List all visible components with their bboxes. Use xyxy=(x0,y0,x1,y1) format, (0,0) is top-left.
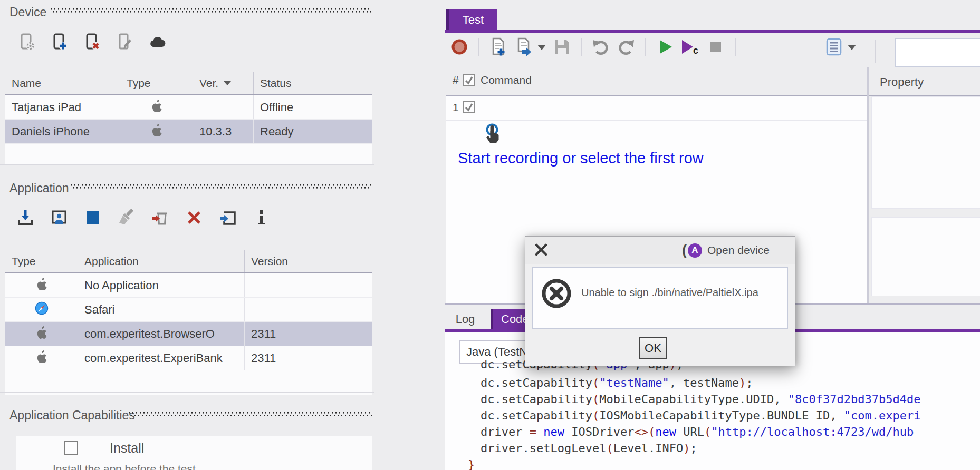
device-name-cell: Daniels iPhone xyxy=(5,120,120,143)
clean-app-button[interactable] xyxy=(117,209,136,228)
app-col-type[interactable]: Type xyxy=(5,250,78,272)
toolbar-separator xyxy=(735,38,736,56)
command-col-index: # xyxy=(453,74,459,86)
toolbar-separator xyxy=(478,38,479,56)
delete-app-button[interactable] xyxy=(185,209,204,228)
cloud-icon xyxy=(148,33,166,52)
apple-icon xyxy=(36,277,47,294)
device-settings-icon xyxy=(18,33,35,52)
device-user-icon xyxy=(51,209,68,228)
device-version-cell xyxy=(193,95,253,119)
command-header-checkbox[interactable] xyxy=(463,74,475,86)
app-name-cell: Safari xyxy=(78,298,244,321)
device-table-row[interactable]: Daniels iPhone10.3.3Ready xyxy=(5,120,372,144)
device-col-name[interactable]: Name xyxy=(5,72,120,94)
info-button[interactable] xyxy=(252,209,271,228)
svg-text:c: c xyxy=(693,45,698,56)
launch-app-button[interactable] xyxy=(218,209,237,228)
export-test-button[interactable] xyxy=(514,38,533,57)
property-panel-divider xyxy=(867,67,869,304)
app-table-row[interactable]: No Application xyxy=(5,273,372,298)
device-settings-button[interactable] xyxy=(17,33,36,52)
safari-icon xyxy=(35,301,49,318)
edit-device-button[interactable] xyxy=(115,33,134,52)
app-col-version[interactable]: Version xyxy=(244,250,372,272)
device-col-status[interactable]: Status xyxy=(253,72,372,94)
delete-app-icon xyxy=(186,209,203,228)
app-col-application[interactable]: Application xyxy=(78,250,244,272)
property-header: Property xyxy=(880,75,924,89)
install-app-icon xyxy=(17,209,34,228)
stop-test-button[interactable] xyxy=(706,38,725,57)
run-code-button[interactable]: c xyxy=(681,38,700,57)
install-hint: Install the app before the test xyxy=(53,463,196,470)
code-line: dc.setCapability("testName", testName); xyxy=(481,376,753,390)
remove-device-button[interactable] xyxy=(82,33,101,52)
section-separator xyxy=(0,164,374,165)
undo-icon xyxy=(591,38,610,57)
run-code-icon: c xyxy=(679,38,702,57)
tab-test[interactable]: Test xyxy=(446,9,497,31)
uninstall-app-icon xyxy=(151,209,169,228)
app-type-cell xyxy=(5,322,78,346)
device-col-type[interactable]: Type xyxy=(120,72,193,94)
clean-app-icon xyxy=(118,209,136,228)
record-button[interactable] xyxy=(450,38,469,57)
install-checkbox[interactable] xyxy=(64,441,78,455)
application-section-title: Application xyxy=(9,181,69,195)
add-device-button[interactable] xyxy=(50,33,69,52)
device-type-cell xyxy=(120,120,193,143)
stop-app-button[interactable] xyxy=(83,209,102,228)
undo-button[interactable] xyxy=(591,38,610,57)
redo-button[interactable] xyxy=(617,38,636,57)
code-line: } xyxy=(468,458,475,470)
device-col-ver[interactable]: Ver. xyxy=(193,72,253,94)
run-test-button[interactable] xyxy=(656,38,675,57)
toolbar-separator xyxy=(645,38,646,56)
device-version-cell: 10.3.3 xyxy=(193,120,253,143)
app-version-cell xyxy=(244,298,372,321)
save-test-icon xyxy=(553,38,571,57)
seetest-studio-window: Device Name Type Ver. Status Tatjanas iP… xyxy=(0,0,980,470)
record-icon xyxy=(450,38,468,57)
property-panel-top xyxy=(871,96,980,209)
install-app-button[interactable] xyxy=(16,209,35,228)
application-section-divider xyxy=(71,184,372,189)
device-table-row[interactable]: Tatjanas iPadOffline xyxy=(5,95,372,120)
toolbar-separator xyxy=(875,40,876,63)
redo-icon xyxy=(617,38,636,57)
uninstall-app-button[interactable] xyxy=(151,209,170,228)
toolbar-separator xyxy=(581,38,582,56)
command-row-index: 1 xyxy=(453,101,459,114)
cloud-button[interactable] xyxy=(148,33,167,52)
apple-icon xyxy=(36,326,47,342)
command-row[interactable]: 1 xyxy=(446,96,867,121)
tab-log[interactable]: Log xyxy=(448,309,482,329)
app-name-cell: com.experitest.BrowserO xyxy=(78,322,244,346)
device-user-button[interactable] xyxy=(50,209,69,228)
dialog-title: Open device xyxy=(707,244,770,257)
capabilities-section-divider xyxy=(129,412,372,416)
app-version-cell xyxy=(244,273,372,297)
app-table-row[interactable]: com.experitest.ExperiBank2311 xyxy=(5,346,372,370)
save-test-button[interactable] xyxy=(552,38,571,57)
device-status-cell: Offline xyxy=(253,95,372,119)
test-search-input[interactable] xyxy=(895,38,980,67)
dialog-message-box: Unable to sign ./bin/native/PaltielX.ipa xyxy=(532,267,788,329)
apple-icon xyxy=(151,99,162,116)
device-name-cell: Tatjanas iPad xyxy=(5,95,120,119)
report-button[interactable] xyxy=(824,38,843,57)
application-table-header: Type Application Version xyxy=(5,250,372,273)
new-test-button[interactable] xyxy=(489,38,508,57)
code-line: dc.setCapability(MobileCapabilityType.UD… xyxy=(481,393,920,406)
tap-hand-icon xyxy=(481,122,505,151)
close-icon[interactable] xyxy=(534,243,549,258)
error-icon xyxy=(541,278,572,311)
command-row-checkbox[interactable] xyxy=(463,101,475,113)
ok-button[interactable]: OK xyxy=(639,337,667,359)
app-table-row[interactable]: com.experitest.BrowserO2311 xyxy=(5,322,372,346)
app-logo-paren: ( xyxy=(682,242,687,259)
dialog-message: Unable to sign ./bin/native/PaltielX.ipa xyxy=(581,287,758,299)
app-table-row[interactable]: Safari xyxy=(5,298,372,322)
remove-device-icon xyxy=(83,33,100,52)
